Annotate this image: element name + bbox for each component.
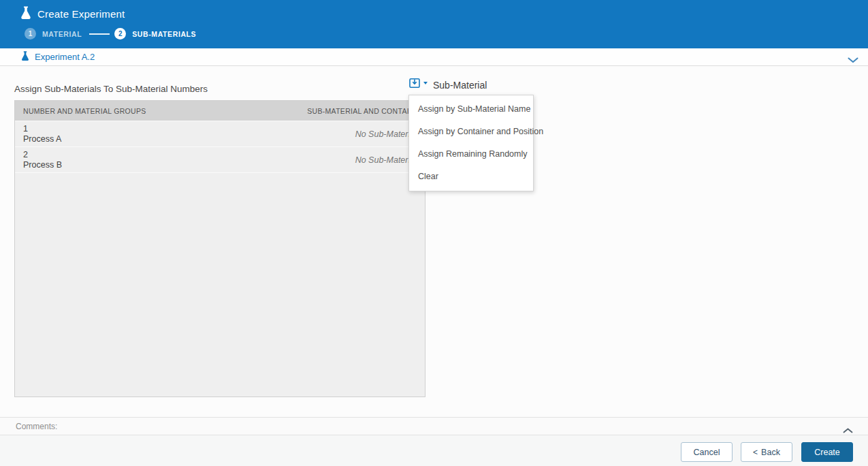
dialog-footer: Cancel <Back Create [0,435,868,466]
step-indicator: 1 MATERIAL 2 SUB-MATERIALS [25,28,196,40]
step-material[interactable]: 1 MATERIAL [25,28,82,40]
experiment-accordion-bar[interactable]: Experiment A.2 [0,48,868,66]
assign-dropdown-menu: Assign by Sub-Material Name Assign by Co… [408,95,534,191]
menu-item-assign-by-name[interactable]: Assign by Sub-Material Name [409,98,533,121]
column-header-number-groups: NUMBER AND MATERIAL GROUPS [15,107,307,115]
row-material-group: Process B [23,160,317,170]
step-number-badge: 1 [25,28,36,40]
step-sub-materials[interactable]: 2 SUB-MATERIALS [114,28,196,40]
dialog-header: Create Experiment 1 MATERIAL 2 SUB-MATER… [0,0,868,48]
create-button[interactable]: Create [801,442,853,462]
step-label: MATERIAL [42,30,82,38]
comments-label: Comments: [16,422,57,431]
step-number-badge: 2 [114,28,126,40]
assign-tool-label: Sub-Material [433,80,487,91]
table-row[interactable]: 1 Process A No Sub-Material [15,121,425,147]
comments-section-bar[interactable]: Comments: [0,417,868,435]
menu-item-assign-by-container-position[interactable]: Assign by Container and Position [409,121,533,143]
import-icon [409,77,421,91]
assign-section-label: Assign Sub-Materials To Sub-Material Num… [14,84,208,94]
row-number: 2 [23,150,317,160]
row-number: 1 [23,124,317,134]
caret-down-icon [423,82,428,84]
table-header-row: NUMBER AND MATERIAL GROUPS SUB-MATERIAL … [15,101,425,121]
step-label: SUB-MATERIALS [132,30,196,38]
chevron-down-icon[interactable] [848,54,858,66]
page-title: Create Experiment [37,8,125,20]
cancel-button[interactable]: Cancel [681,442,733,462]
dialog-title-row: Create Experiment [0,0,868,22]
row-material-cell: 2 Process B [15,147,317,172]
row-material-group: Process A [23,134,317,144]
back-button-label: Back [761,448,780,457]
experiment-name: Experiment A.2 [35,52,95,62]
create-experiment-dialog: Create Experiment 1 MATERIAL 2 SUB-MATER… [0,0,868,466]
menu-item-assign-remaining-randomly[interactable]: Assign Remaining Randomly [409,143,533,166]
table-row[interactable]: 2 Process B No Sub-Material [15,147,425,173]
back-button[interactable]: <Back [741,442,792,462]
flask-icon [20,6,31,22]
column-header-sub-material-container: SUB-MATERIAL AND CONTAINER [307,107,425,115]
flask-icon [21,51,29,63]
chevron-left-icon: < [753,448,758,457]
sub-material-table: NUMBER AND MATERIAL GROUPS SUB-MATERIAL … [14,100,425,397]
step-connector [89,33,110,35]
chevron-up-icon[interactable] [843,424,853,436]
menu-item-clear[interactable]: Clear [409,166,533,188]
row-material-cell: 1 Process A [15,121,317,146]
assign-sub-material-dropdown-button[interactable] [409,77,428,91]
